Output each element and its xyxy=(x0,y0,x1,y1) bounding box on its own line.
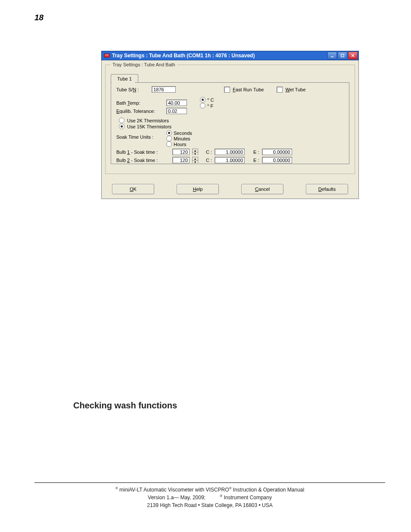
bath-temp-label: Bath Temp: xyxy=(116,100,164,106)
maximize-button[interactable] xyxy=(338,52,347,59)
close-button[interactable] xyxy=(348,52,358,59)
therm-15k-label: Use 15K Thermistors xyxy=(127,124,171,129)
help-button[interactable]: Help xyxy=(177,184,219,194)
app-icon xyxy=(103,52,110,59)
page-number: 18 xyxy=(34,13,44,22)
section-heading: Checking wash functions xyxy=(73,401,177,411)
temp-unit-c-radio[interactable] xyxy=(200,97,206,103)
spin-down-icon: ▼ xyxy=(193,152,198,156)
tube-sn-input[interactable]: 1876 xyxy=(152,86,176,93)
spin-up-icon: ▲ xyxy=(193,149,198,152)
soak-minutes-label: Minutes xyxy=(174,136,190,141)
bulb1-c-input[interactable]: 1.00000 xyxy=(215,149,245,155)
fast-run-label: Fast Run Tube xyxy=(233,87,264,92)
defaults-button[interactable]: Defaults xyxy=(306,184,348,194)
therm-15k-radio[interactable] xyxy=(119,124,125,129)
bulb2-c-input[interactable]: 1.00000 xyxy=(215,157,245,163)
page-footer: ® miniAV-LT Automatic Viscometer with VI… xyxy=(34,486,385,509)
soak-minutes-radio[interactable] xyxy=(166,136,172,141)
wet-tube-checkbox[interactable] xyxy=(277,87,283,93)
soak-seconds-label: Seconds xyxy=(174,131,192,136)
therm-2k-label: Use 2K Thermistors xyxy=(127,118,169,123)
dialog-client-area: Tray Settings : Tube And Bath Tube 1 Tub… xyxy=(101,60,359,199)
window-title: Tray Settings : Tube And Bath (COM1 1h :… xyxy=(112,53,327,59)
dialog-screenshot: Tray Settings : Tube And Bath (COM1 1h :… xyxy=(101,51,359,199)
spin-down-icon: ▼ xyxy=(193,161,198,164)
spin-up-icon: ▲ xyxy=(193,157,198,161)
bulb2-c-label: C : xyxy=(206,158,212,163)
bulb2-e-label: E : xyxy=(253,158,259,163)
fast-run-checkbox[interactable] xyxy=(224,87,230,93)
ok-button[interactable]: OK xyxy=(112,184,154,194)
temp-unit-f-label: ° F xyxy=(207,103,213,109)
window-titlebar: Tray Settings : Tube And Bath (COM1 1h :… xyxy=(101,51,359,60)
svg-rect-1 xyxy=(105,55,109,55)
soak-units-label: Soak Time Units : xyxy=(116,130,164,140)
bulb2-time-spinner[interactable]: ▲▼ xyxy=(192,157,198,163)
equilib-input[interactable]: 0.02 xyxy=(166,108,187,114)
soak-seconds-radio[interactable] xyxy=(166,130,172,136)
bulb2-time-input[interactable]: 120 xyxy=(172,157,190,163)
bulb1-e-label: E : xyxy=(253,149,259,155)
tray-settings-group: Tray Settings : Tube And Bath Tube 1 Tub… xyxy=(105,62,355,174)
tab-tube1[interactable]: Tube 1 xyxy=(111,74,138,83)
temp-unit-f-radio[interactable] xyxy=(200,103,206,109)
soak-hours-radio[interactable] xyxy=(166,141,172,147)
bulb1-label: Bulb 1 - Soak time : xyxy=(116,149,170,155)
temp-unit-c-label: ° C xyxy=(207,97,214,103)
bulb1-c-label: C : xyxy=(206,149,212,155)
svg-rect-2 xyxy=(331,56,333,57)
equilib-label: Equilib. Tolerance: xyxy=(116,109,164,114)
therm-2k-radio[interactable] xyxy=(119,118,125,123)
cancel-button[interactable]: Cancel xyxy=(241,184,283,194)
wet-tube-label: Wet Tube xyxy=(285,87,305,92)
bulb1-time-input[interactable]: 120 xyxy=(172,149,190,155)
footer-rule xyxy=(34,482,385,483)
soak-hours-label: Hours xyxy=(174,142,186,147)
svg-rect-0 xyxy=(104,54,109,57)
svg-rect-3 xyxy=(341,54,344,57)
bulb2-e-input[interactable]: 0.00000 xyxy=(262,157,292,163)
bulb2-label: Bulb 2 - Soak time : xyxy=(116,158,170,163)
minimize-button[interactable] xyxy=(327,52,337,59)
bath-temp-input[interactable]: 40.00 xyxy=(166,100,187,106)
group-legend: Tray Settings : Tube And Bath xyxy=(111,62,177,67)
tab-panel: Tube S/N : 1876 Fast Run Tube Wet Tube xyxy=(111,82,349,164)
tube-sn-label: Tube S/N : xyxy=(116,87,139,92)
bulb1-e-input[interactable]: 0.00000 xyxy=(262,149,292,155)
bulb1-time-spinner[interactable]: ▲▼ xyxy=(192,149,198,155)
